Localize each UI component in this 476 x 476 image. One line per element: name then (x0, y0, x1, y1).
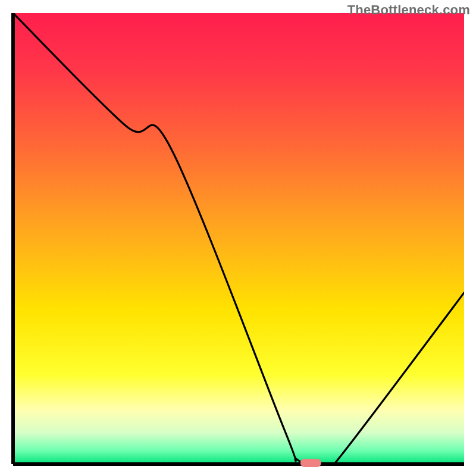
watermark-text: TheBottleneck.com (347, 2, 470, 18)
gradient-background (13, 13, 464, 464)
chart-container: TheBottleneck.com (0, 0, 476, 476)
optimal-marker (300, 459, 321, 467)
bottleneck-chart (0, 0, 476, 476)
